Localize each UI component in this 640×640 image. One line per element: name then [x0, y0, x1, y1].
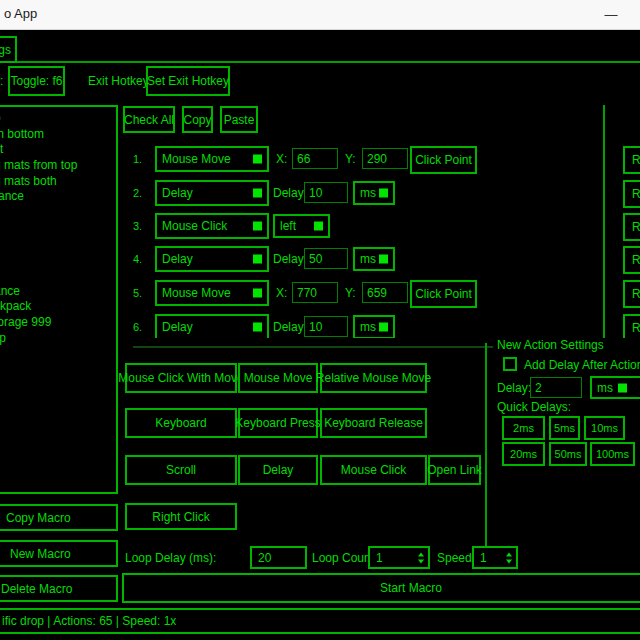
dropdown-indicator-icon [253, 155, 262, 164]
macro-list-item[interactable]: lip [0, 331, 116, 347]
click-point-button[interactable]: Click Point [410, 146, 477, 174]
macro-list-item[interactable] [0, 252, 116, 268]
add-mouse-click-button[interactable]: Mouse Click [320, 455, 427, 485]
delete-macro-button[interactable]: Delete Macro [0, 575, 118, 602]
remove-action-button[interactable]: R [623, 246, 640, 274]
dropdown-indicator-icon [253, 323, 262, 332]
add-keyboard-release-button[interactable]: Keyboard Release [320, 408, 427, 438]
y-coordinate-input[interactable] [362, 282, 408, 303]
app-window: o App — gs : Toggle: f6 Exit Hotkey: Set… [0, 0, 640, 640]
delay-unit-dropdown[interactable]: ms [353, 181, 395, 205]
macro-list-item[interactable]: s [0, 268, 116, 284]
quick-delay-50ms-button[interactable]: 50ms [549, 442, 587, 466]
toggle-hotkey-button[interactable]: Toggle: f6 [8, 66, 65, 96]
check-all-button[interactable]: Check All [123, 106, 175, 133]
window-title: o App [4, 7, 37, 21]
macro-list-item[interactable]: g mats both [0, 174, 116, 190]
loop-delay-value: 20 [258, 551, 271, 565]
x-coordinate-input[interactable] [292, 148, 338, 169]
spinner-down-icon[interactable] [506, 559, 512, 563]
action-type-dropdown[interactable]: Delay [155, 314, 269, 338]
spinner-up-icon[interactable] [506, 552, 512, 556]
remove-action-button[interactable]: R [623, 280, 640, 308]
macro-list-item[interactable]: g mats from top [0, 158, 116, 174]
title-bar: o App — [0, 0, 640, 30]
loop-count-stepper[interactable]: 1 [368, 546, 430, 569]
delay-value-input[interactable] [304, 182, 348, 203]
dropdown-value: ms [360, 252, 376, 266]
mouse-button-dropdown[interactable]: left [273, 214, 330, 238]
new-action-delay-unit-dropdown[interactable]: ms [590, 376, 640, 399]
dropdown-indicator-icon [253, 289, 262, 298]
dropdown-value: ms [597, 381, 613, 395]
action-type-dropdown[interactable]: Mouse Move [155, 146, 269, 172]
macro-list-item[interactable]: o [0, 111, 116, 127]
add-right-click-button[interactable]: Right Click [125, 503, 237, 530]
action-type-dropdown[interactable]: Mouse Click [155, 213, 269, 239]
add-relative-mouse-move-button[interactable]: Relative Mouse Move [320, 363, 427, 393]
add-delay-button[interactable]: Delay [238, 455, 318, 485]
settings-panel-divider [485, 343, 487, 546]
add-scroll-button[interactable]: Scroll [125, 455, 237, 485]
macro-list-item[interactable] [0, 205, 116, 221]
speed-stepper[interactable]: 1 [472, 546, 518, 569]
dropdown-value: ms [360, 320, 376, 334]
remove-action-button[interactable]: R [623, 146, 640, 174]
delay-value-input[interactable] [304, 316, 348, 337]
macro-list-item[interactable] [0, 221, 116, 237]
quick-delay-20ms-button[interactable]: 20ms [502, 442, 545, 466]
tab-settings[interactable]: gs [0, 36, 17, 63]
macro-list-item[interactable]: ance [0, 284, 116, 300]
add-delay-after-action-checkbox[interactable] [503, 357, 517, 371]
remove-action-button[interactable]: R [623, 213, 640, 241]
set-exit-hotkey-button[interactable]: Set Exit Hotkey [146, 66, 230, 96]
loop-delay-label: Loop Delay (ms): [125, 551, 216, 565]
delay-unit-dropdown[interactable]: ms [353, 247, 395, 271]
y-coordinate-input[interactable] [362, 148, 408, 169]
quick-delay-10ms-button[interactable]: 10ms [584, 416, 625, 440]
dropdown-indicator-icon [618, 383, 627, 392]
dropdown-indicator-icon [253, 255, 262, 264]
add-keyboard-button[interactable]: Keyboard [125, 408, 237, 438]
remove-action-button[interactable]: R [623, 180, 640, 208]
copy-actions-button[interactable]: Copy [182, 106, 213, 133]
add-mouse-move-button[interactable]: Mouse Move [238, 363, 318, 393]
click-point-button[interactable]: Click Point [410, 280, 477, 308]
action-type-dropdown[interactable]: Delay [155, 180, 269, 206]
minimize-button[interactable]: — [595, 0, 627, 29]
paste-actions-button[interactable]: Paste [220, 106, 258, 133]
dropdown-indicator-icon [379, 255, 388, 264]
spinner-down-icon[interactable] [418, 559, 424, 563]
delay-value-input[interactable] [304, 248, 348, 269]
delay-unit-dropdown[interactable]: ms [353, 315, 395, 338]
minimize-icon: — [605, 7, 618, 22]
loop-delay-input[interactable]: 20 [250, 546, 307, 569]
macro-list-item[interactable]: torage 999 [0, 315, 116, 331]
x-coordinate-input[interactable] [292, 282, 338, 303]
macro-list-item[interactable]: m bottom [0, 127, 116, 143]
action-row-number: 2. [133, 186, 142, 200]
new-macro-button[interactable]: New Macro [0, 540, 118, 567]
start-macro-button[interactable]: Start Macro [122, 573, 640, 603]
spinner-up-icon[interactable] [418, 552, 424, 556]
quick-delay-5ms-button[interactable]: 5ms [549, 416, 580, 440]
dropdown-indicator-icon [379, 189, 388, 198]
new-action-delay-input[interactable] [530, 377, 582, 398]
add-mouse-click-with-move-button[interactable]: Mouse Click With Move [125, 363, 237, 393]
hotkey-label-fragment: : [0, 74, 3, 88]
action-type-dropdown[interactable]: Mouse Move [155, 280, 269, 306]
macro-list-item[interactable]: st [0, 142, 116, 158]
copy-macro-button[interactable]: Copy Macro [0, 504, 118, 531]
clipped-row-edge [133, 346, 493, 348]
quick-delay-100ms-button[interactable]: 100ms [590, 442, 635, 466]
dropdown-value: Delay [162, 186, 193, 200]
add-keyboard-press-button[interactable]: Keyboard Press [238, 408, 318, 438]
macro-list: o m bottom st g mats from top g mats bot… [0, 105, 118, 494]
macro-list-item[interactable] [0, 237, 116, 253]
add-open-link-button[interactable]: Open Link [428, 455, 481, 485]
quick-delay-2ms-button[interactable]: 2ms [502, 416, 545, 440]
action-type-dropdown[interactable]: Delay [155, 246, 269, 272]
remove-action-button[interactable]: R [623, 314, 640, 338]
macro-list-item[interactable]: rance [0, 189, 116, 205]
macro-list-item[interactable]: ckpack [0, 299, 116, 315]
